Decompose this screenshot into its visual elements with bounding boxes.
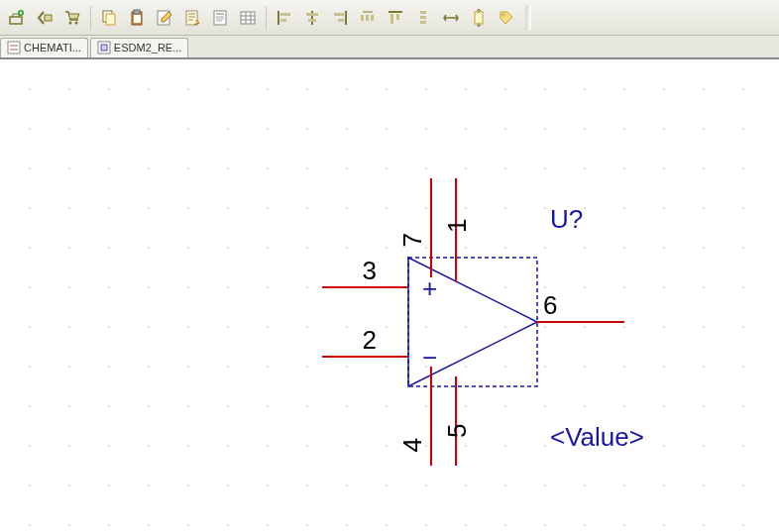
tool-tag[interactable] — [494, 5, 519, 31]
tool-add-to-basket[interactable] — [4, 5, 30, 31]
opamp-minus-symbol: − — [422, 343, 437, 372]
tab-label: ESDM2_RE... — [114, 42, 181, 53]
tool-align-left[interactable] — [272, 5, 297, 31]
tool-edit[interactable] — [152, 5, 177, 31]
tool-distribute-h[interactable] — [355, 5, 381, 31]
svg-rect-19 — [334, 13, 344, 16]
tool-clipboard[interactable] — [124, 5, 150, 31]
svg-rect-20 — [338, 19, 344, 22]
svg-rect-21 — [361, 15, 364, 21]
component-doc-icon — [97, 41, 111, 54]
svg-rect-2 — [45, 15, 52, 21]
svg-rect-23 — [371, 15, 374, 21]
pin-2-label: 2 — [363, 325, 377, 355]
tool-copy-doc[interactable] — [96, 5, 122, 31]
svg-rect-17 — [306, 13, 318, 16]
tool-table[interactable] — [235, 5, 261, 31]
svg-point-4 — [75, 21, 78, 24]
svg-rect-6 — [106, 14, 115, 25]
svg-rect-28 — [420, 21, 426, 24]
tool-move-left[interactable] — [32, 5, 57, 31]
pin-4-label: 4 — [397, 438, 427, 452]
svg-point-30 — [502, 13, 504, 15]
svg-point-3 — [69, 21, 72, 24]
svg-rect-31 — [8, 42, 20, 53]
svg-rect-0 — [10, 17, 22, 24]
svg-rect-22 — [366, 15, 369, 21]
tool-form[interactable] — [207, 5, 233, 31]
pin-7-label: 7 — [397, 233, 427, 247]
svg-rect-27 — [420, 16, 426, 19]
svg-rect-9 — [134, 15, 141, 23]
svg-rect-18 — [308, 19, 316, 22]
pin-3-label: 3 — [363, 256, 377, 285]
svg-rect-8 — [134, 10, 140, 14]
toolbar-separator — [266, 6, 267, 30]
svg-rect-13 — [216, 13, 224, 15]
pin-5-label: 5 — [442, 424, 472, 438]
tab-schematic[interactable]: CHEMATI... — [0, 38, 88, 57]
svg-rect-33 — [101, 45, 107, 51]
svg-rect-26 — [420, 11, 426, 14]
tool-script[interactable] — [179, 5, 205, 31]
tool-distribute-v[interactable] — [410, 5, 436, 31]
svg-rect-16 — [280, 19, 286, 22]
schematic-doc-icon — [7, 41, 21, 54]
svg-rect-15 — [280, 13, 290, 16]
opamp-component[interactable]: + − 3 2 6 7 1 4 5 U? <Value> — [327, 159, 644, 485]
opamp-plus-symbol: + — [422, 273, 437, 303]
schematic-canvas[interactable]: + − 3 2 6 7 1 4 5 U? <Value> — [0, 59, 779, 532]
pin-1-label: 1 — [442, 219, 472, 233]
component-reference[interactable]: U? — [550, 204, 583, 234]
tool-align-right[interactable] — [327, 5, 353, 31]
tool-fit-width[interactable] — [438, 5, 464, 31]
tool-cart[interactable] — [59, 5, 85, 31]
svg-rect-25 — [396, 14, 399, 20]
svg-rect-29 — [475, 12, 483, 24]
tab-esdm2[interactable]: ESDM2_RE... — [90, 38, 188, 57]
document-tab-bar: CHEMATI... ESDM2_RE... — [0, 36, 779, 59]
main-toolbar — [0, 0, 779, 36]
tool-stretch-v[interactable] — [466, 5, 492, 31]
toolbar-end-grip — [525, 5, 531, 31]
tab-label: CHEMATI... — [24, 42, 81, 53]
pin-6-label: 6 — [543, 290, 557, 320]
svg-rect-14 — [241, 12, 255, 24]
tool-align-top[interactable] — [383, 5, 408, 31]
svg-rect-24 — [390, 14, 393, 24]
component-value[interactable]: <Value> — [550, 422, 644, 452]
tool-align-center[interactable] — [299, 5, 325, 31]
toolbar-separator — [90, 6, 91, 30]
